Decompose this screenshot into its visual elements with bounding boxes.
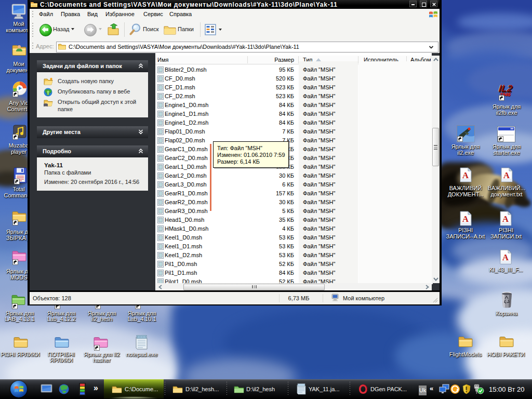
svg-text:A: A [462,170,469,180]
svg-text:A: A [502,214,509,224]
svg-text:A: A [502,252,509,262]
svg-text:A: A [503,170,510,180]
svg-text:A: A [462,214,469,224]
